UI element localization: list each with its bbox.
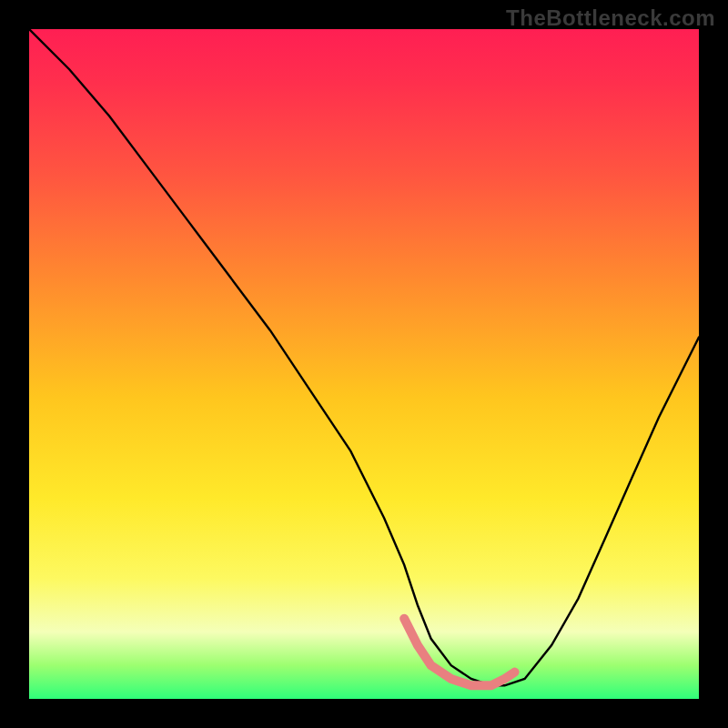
watermark-text: TheBottleneck.com [506,5,715,31]
highlight-segment [404,619,514,686]
bottleneck-curve [29,29,699,685]
chart-frame: TheBottleneck.com [0,0,728,728]
plot-area [29,29,699,699]
curve-layer [29,29,699,699]
